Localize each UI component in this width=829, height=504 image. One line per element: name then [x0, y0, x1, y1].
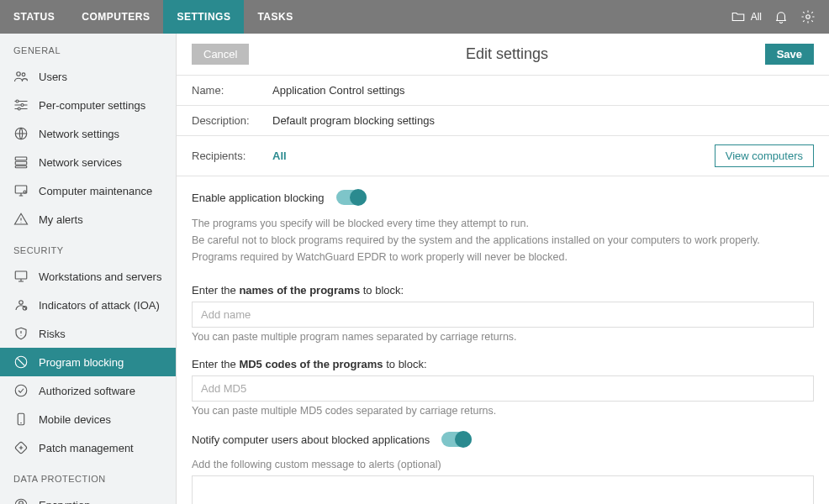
- program-names-input[interactable]: [192, 302, 814, 328]
- custom-message-textarea[interactable]: [192, 475, 814, 504]
- sidebar-item-label: Users: [39, 71, 67, 83]
- svg-point-19: [15, 499, 27, 504]
- sidebar-item-per-computer[interactable]: Per-computer settings: [0, 91, 176, 119]
- helper-line: The programs you specify will be blocked…: [192, 215, 814, 232]
- name-label: Name:: [192, 84, 259, 97]
- users-icon: [13, 69, 29, 84]
- name-value[interactable]: Application Control settings: [272, 84, 405, 97]
- program-names-hint: You can paste multiple program names sep…: [192, 331, 814, 343]
- svg-point-11: [24, 191, 26, 193]
- sidebar-item-label: Computer maintenance: [39, 185, 152, 197]
- cancel-button[interactable]: Cancel: [192, 44, 249, 65]
- svg-rect-7: [15, 157, 27, 160]
- custom-message-label: Add the following custom message to aler…: [192, 459, 814, 470]
- save-button[interactable]: Save: [765, 44, 814, 65]
- sidebar: GENERAL Users Per-computer settings Netw…: [0, 34, 177, 504]
- sidebar-item-label: Per-computer settings: [39, 99, 145, 112]
- sidebar-item-label: My alerts: [39, 213, 83, 226]
- description-row: Description: Default program blocking se…: [177, 106, 829, 136]
- monitor-icon: [13, 269, 29, 284]
- md5-input[interactable]: [192, 375, 814, 402]
- notify-users-toggle[interactable]: [441, 432, 472, 447]
- svg-rect-10: [15, 186, 27, 193]
- tab-status[interactable]: STATUS: [0, 0, 68, 34]
- recipients-label: Recipients:: [192, 150, 259, 162]
- sidebar-item-label: Risks: [39, 328, 66, 340]
- name-row: Name: Application Control settings: [177, 76, 829, 106]
- enable-blocking-toggle[interactable]: [336, 190, 367, 205]
- sidebar-item-label: Encryption: [39, 499, 90, 505]
- sidebar-group-data-protection: DATA PROTECTION: [0, 462, 176, 491]
- page-header: Cancel Edit settings Save: [177, 34, 829, 76]
- sliders-icon: [13, 97, 29, 113]
- sidebar-item-risks[interactable]: Risks: [0, 319, 176, 348]
- sidebar-item-label: Authorized software: [39, 385, 135, 397]
- sidebar-group-general: GENERAL: [0, 34, 176, 62]
- sidebar-item-workstations[interactable]: Workstations and servers: [0, 262, 176, 291]
- svg-point-2: [22, 73, 25, 76]
- svg-point-16: [15, 385, 27, 396]
- recipients-value[interactable]: All: [272, 150, 287, 162]
- sidebar-item-label: Patch management: [39, 442, 134, 454]
- sidebar-item-mobile-devices[interactable]: Mobile devices: [0, 405, 176, 433]
- notify-users-label: Notify computer users about blocked appl…: [192, 433, 430, 446]
- alert-icon: [13, 212, 29, 227]
- sidebar-item-label: Program blocking: [39, 356, 124, 369]
- sidebar-item-label: Network services: [39, 156, 122, 169]
- svg-point-13: [19, 301, 24, 305]
- sidebar-item-ioa[interactable]: Indicators of attack (IOA): [0, 291, 176, 319]
- sidebar-item-network-settings[interactable]: Network settings: [0, 119, 176, 148]
- recipients-row: Recipients: All View computers: [177, 136, 829, 176]
- program-names-label: Enter the names of the programs to block…: [192, 284, 814, 297]
- sidebar-item-authorized-software[interactable]: Authorized software: [0, 376, 176, 405]
- helper-text: The programs you specify will be blocked…: [192, 215, 814, 265]
- svg-point-5: [18, 108, 20, 110]
- top-navigation: STATUS COMPUTERS SETTINGS TASKS All: [0, 0, 829, 34]
- bell-icon[interactable]: [774, 9, 789, 24]
- sidebar-item-label: Indicators of attack (IOA): [39, 299, 160, 312]
- folder-icon: [731, 9, 746, 24]
- description-value[interactable]: Default program blocking settings: [272, 114, 435, 127]
- svg-rect-8: [15, 161, 27, 165]
- svg-point-4: [21, 104, 24, 107]
- svg-rect-9: [15, 166, 27, 168]
- block-icon: [13, 354, 29, 370]
- sidebar-item-users[interactable]: Users: [0, 62, 176, 91]
- sidebar-item-label: Workstations and servers: [39, 270, 161, 283]
- description-label: Description:: [192, 114, 259, 127]
- content-area: Cancel Edit settings Save Name: Applicat…: [177, 34, 829, 504]
- svg-point-0: [806, 15, 811, 19]
- mobile-icon: [13, 412, 29, 427]
- sidebar-item-label: Network settings: [39, 128, 119, 140]
- sidebar-item-label: Mobile devices: [39, 413, 111, 426]
- server-icon: [13, 155, 29, 170]
- sidebar-group-security: SECURITY: [0, 234, 176, 262]
- filter-chip[interactable]: All: [731, 9, 762, 24]
- md5-hint: You can paste multiple MD5 codes separat…: [192, 405, 814, 417]
- tab-settings[interactable]: SETTINGS: [163, 0, 244, 34]
- view-computers-button[interactable]: View computers: [715, 144, 814, 167]
- sidebar-item-network-services[interactable]: Network services: [0, 148, 176, 176]
- svg-point-1: [17, 72, 21, 76]
- check-circle-icon: [13, 383, 29, 398]
- svg-rect-12: [15, 271, 27, 279]
- patch-icon: [13, 440, 29, 455]
- helper-line: Be careful not to block programs require…: [192, 232, 814, 249]
- sidebar-item-computer-maintenance[interactable]: Computer maintenance: [0, 176, 176, 205]
- shield-alert-icon: [13, 326, 29, 341]
- sidebar-item-encryption[interactable]: Encryption: [0, 491, 176, 504]
- monitor-gear-icon: [13, 183, 29, 198]
- md5-label: Enter the MD5 codes of the programs to b…: [192, 358, 814, 370]
- filter-label: All: [751, 11, 762, 23]
- encryption-icon: [13, 497, 29, 504]
- sidebar-item-program-blocking[interactable]: Program blocking: [0, 348, 176, 376]
- gear-icon[interactable]: [800, 9, 816, 24]
- tab-computers[interactable]: COMPUTERS: [68, 0, 163, 34]
- enable-blocking-label: Enable application blocking: [192, 192, 325, 204]
- svg-point-3: [16, 100, 18, 102]
- sidebar-item-patch-management[interactable]: Patch management: [0, 433, 176, 462]
- sidebar-item-my-alerts[interactable]: My alerts: [0, 205, 176, 234]
- tab-tasks[interactable]: TASKS: [244, 0, 306, 34]
- helper-line: Programs required by WatchGuard EPDR to …: [192, 249, 814, 265]
- target-icon: [13, 297, 29, 312]
